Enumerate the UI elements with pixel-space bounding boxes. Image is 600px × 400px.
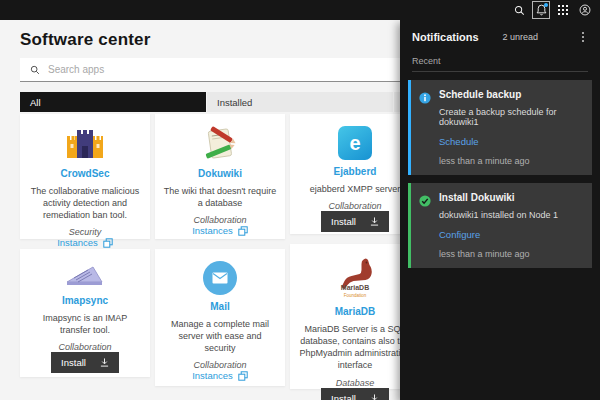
install-label: Install [331, 393, 356, 400]
app-category: Collaboration [58, 342, 111, 352]
seal-icon-wordmark: MariaDB [341, 284, 369, 291]
kebab-menu-icon[interactable] [576, 30, 590, 44]
notifications-header: Notifications 2 unread [400, 20, 600, 50]
app-category: Collaboration [193, 215, 246, 225]
configure-link[interactable]: Configure [439, 229, 558, 240]
unread-count: 2 unread [503, 32, 539, 42]
app-name: Mail [210, 301, 229, 312]
notification-text: Create a backup schedule for dokuwiki1 [439, 107, 584, 127]
instances-link[interactable]: Instances [57, 237, 113, 248]
notification-content: Install Dokuwiki dokuwiki1 installed on … [439, 192, 558, 259]
notifications-bell-icon[interactable] [532, 1, 550, 19]
notification-content: Schedule backup Create a backup schedule… [439, 89, 584, 166]
app-description: ejabberd XMPP server [310, 183, 400, 195]
seal-icon-subtext: Foundation [344, 293, 367, 298]
recent-section-label: Recent [412, 56, 588, 72]
app-card-crowdsec[interactable]: CrowdSec The collaborative malicious act… [20, 114, 150, 239]
notification-text: dokuwiki1 installed on Node 1 [439, 210, 558, 220]
app-category: Collaboration [328, 201, 381, 211]
software-center-screen: Software center All Installed Updates [0, 0, 600, 400]
app-grid: CrowdSec The collaborative malicious act… [20, 114, 420, 389]
app-name: Dokuwiki [198, 168, 242, 179]
chat-bubble-e-icon: e [338, 126, 372, 160]
app-switcher-icon[interactable] [554, 1, 572, 19]
app-name: MariaDB [335, 306, 376, 317]
unread-badge-dot [544, 3, 548, 7]
notification-timestamp: less than a minute ago [439, 156, 584, 166]
install-button[interactable]: Install [321, 211, 389, 232]
app-name: Ejabberd [334, 166, 377, 177]
download-icon [370, 217, 379, 226]
app-category: Collaboration [193, 360, 246, 370]
search-input-icon [30, 65, 40, 75]
install-label: Install [61, 357, 86, 368]
tab-installed[interactable]: Installed [207, 92, 393, 112]
search-icon[interactable] [510, 1, 528, 19]
notification-title: Schedule backup [439, 89, 584, 100]
app-description: MariaDB Server is a SQL database, contai… [298, 323, 412, 372]
app-card-mail[interactable]: Mail Manage a complete mail server with … [155, 249, 285, 386]
notification-timestamp: less than a minute ago [439, 249, 558, 259]
app-name: CrowdSec [61, 168, 110, 179]
app-name: Imapsync [62, 295, 108, 306]
app-card-dokuwiki[interactable]: Dokuwiki The wiki that doesn't require a… [155, 114, 285, 239]
download-icon [100, 358, 109, 367]
tab-all[interactable]: All [20, 92, 206, 112]
global-header [0, 0, 600, 20]
instances-label: Instances [57, 237, 98, 248]
install-button[interactable]: Install [321, 388, 389, 400]
notification-item-success: Install Dokuwiki dokuwiki1 installed on … [408, 183, 592, 268]
instances-link[interactable]: Instances [192, 225, 248, 236]
wiki-pencils-icon [201, 126, 239, 162]
instances-label: Instances [192, 225, 233, 236]
page-title: Software center [20, 30, 151, 50]
instances-link[interactable]: Instances [192, 370, 248, 381]
download-icon [370, 394, 379, 400]
app-description: Manage a complete mail server with ease … [163, 318, 277, 354]
envelope-icon [203, 261, 237, 295]
instances-copy-icon [238, 371, 248, 381]
schedule-link[interactable]: Schedule [439, 136, 584, 147]
seal-icon: MariaDB Foundation [335, 256, 375, 300]
info-icon [419, 90, 431, 166]
notifications-title: Notifications [412, 31, 479, 43]
castle-icon [65, 126, 105, 162]
instances-copy-icon [238, 226, 248, 236]
instances-copy-icon [103, 238, 113, 248]
grid-column-1: CrowdSec The collaborative malicious act… [20, 114, 150, 389]
app-description: The wiki that doesn't require a database [163, 185, 277, 209]
install-label: Install [331, 216, 356, 227]
app-category: Database [336, 378, 375, 388]
install-button[interactable]: Install [51, 352, 119, 373]
notification-list: Schedule backup Create a backup schedule… [400, 72, 600, 276]
success-check-icon [419, 193, 431, 259]
app-card-imapsync[interactable]: Imapsync Imapsync is an IMAP transfer to… [20, 249, 150, 377]
user-avatar-icon[interactable] [576, 1, 594, 19]
notifications-panel: Notifications 2 unread Recent Schedule b… [400, 20, 600, 400]
app-description: Imapsync is an IMAP transfer tool. [28, 312, 142, 336]
notification-title: Install Dokuwiki [439, 192, 558, 203]
notification-item-info: Schedule backup Create a backup schedule… [408, 80, 592, 175]
ramp-box-icon [64, 261, 106, 289]
grid-column-2: Dokuwiki The wiki that doesn't require a… [155, 114, 285, 389]
app-category: Security [69, 227, 102, 237]
app-description: The collaborative malicious activity det… [28, 185, 142, 221]
instances-label: Instances [192, 370, 233, 381]
